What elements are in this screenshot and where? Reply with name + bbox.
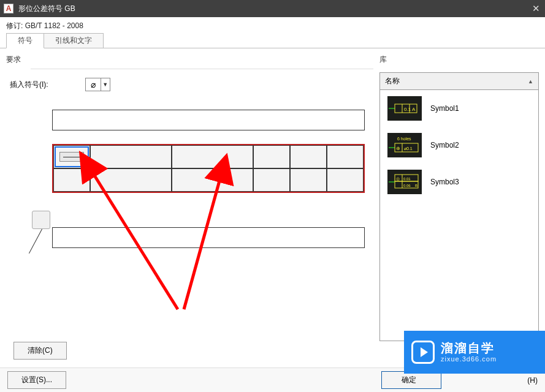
watermark-url: zixue.3d66.com <box>441 355 497 363</box>
tol-cell-1-5[interactable] <box>290 145 327 168</box>
insert-symbol-label: 插入符号(I): <box>10 80 48 90</box>
close-button[interactable]: ✕ <box>516 3 540 14</box>
ok-button[interactable]: 确定 <box>381 371 441 389</box>
tol-cell-2-4[interactable] <box>253 168 290 192</box>
app-icon: A <box>4 4 13 13</box>
tab-leader-text[interactable]: 引线和文字 <box>44 33 104 48</box>
tol-cell-1-3[interactable] <box>172 145 253 168</box>
tol-cell-2-2[interactable] <box>90 168 172 192</box>
title-bar: A 形位公差符号 GB ✕ <box>0 0 545 17</box>
group-library: 库 <box>379 55 387 65</box>
insert-symbol-dropdown[interactable]: ⌀ ▼ <box>85 78 110 91</box>
tolerance-bottom-bar[interactable] <box>52 227 365 248</box>
revision-text: 修订: GB/T 1182 - 2008 <box>0 17 545 34</box>
library-header[interactable]: 名称 ▲ <box>379 72 539 90</box>
svg-text:◎: ◎ <box>396 176 400 181</box>
watermark-overlay: 溜溜自学 zixue.3d66.com <box>404 331 545 374</box>
tol-cell-1-6[interactable] <box>327 145 364 168</box>
tol-cell-1-1[interactable] <box>53 145 90 168</box>
tol-cell-2-3[interactable] <box>172 168 253 192</box>
tolerance-top-bar[interactable] <box>52 110 365 130</box>
library-header-name: 名称 <box>385 76 400 86</box>
watermark-brand: 溜溜自学 <box>441 341 497 355</box>
window-title: 形位公差符号 GB <box>18 4 75 14</box>
library-thumb: 0.1 A <box>387 96 422 121</box>
tol-cell-1-4[interactable] <box>253 145 290 168</box>
svg-text:⊕: ⊕ <box>396 146 400 151</box>
tolerance-grid <box>52 144 365 193</box>
tol-cell-1-2[interactable] <box>90 145 172 168</box>
svg-text:0.1: 0.1 <box>404 107 411 112</box>
svg-text:⌀0.1: ⌀0.1 <box>404 146 413 151</box>
svg-text:0.01: 0.01 <box>403 177 411 181</box>
tol-cell-2-6[interactable] <box>327 168 364 192</box>
tab-symbols[interactable]: 符号 <box>6 33 44 48</box>
help-suffix: (H) <box>527 376 538 385</box>
dropdown-value: ⌀ <box>86 78 101 91</box>
library-item-label: Symbol2 <box>430 141 459 149</box>
group-requirements: 要求 <box>6 55 373 65</box>
library-thumb: 6 holes ⊕ ⌀0.1 <box>387 133 422 157</box>
chevron-down-icon: ▼ <box>101 81 110 88</box>
tol-cell-2-1[interactable] <box>53 168 90 192</box>
svg-text:6 holes: 6 holes <box>397 137 411 141</box>
library-list: 0.1 A Symbol1 6 holes ⊕ <box>379 90 539 341</box>
library-item-label: Symbol3 <box>430 178 459 186</box>
tol-cell-2-5[interactable] <box>290 168 327 192</box>
library-item-label: Symbol1 <box>430 104 459 113</box>
sort-triangle-icon: ▲ <box>528 78 533 85</box>
clear-button[interactable]: 清除(C) <box>13 342 67 360</box>
left-pane: 要求 插入符号(I): ⌀ ▼ <box>6 55 379 373</box>
settings-button[interactable]: 设置(S)... <box>7 371 66 389</box>
tab-strip: 符号 引线和文字 <box>0 34 545 48</box>
library-item[interactable]: 0.1 A Symbol1 <box>380 90 538 127</box>
svg-text:A: A <box>412 107 416 112</box>
svg-text:B: B <box>415 184 417 187</box>
tolerance-area <box>52 110 365 248</box>
library-thumb: ◎ 0.01 0.06 B <box>387 170 422 194</box>
svg-text:0.06: 0.06 <box>403 184 411 187</box>
right-pane: 库 名称 ▲ 0.1 A <box>379 55 539 373</box>
leader-widget[interactable] <box>27 211 51 254</box>
library-item[interactable]: 6 holes ⊕ ⌀0.1 Symbol2 <box>380 127 538 164</box>
play-icon <box>411 341 435 364</box>
library-item[interactable]: ◎ 0.01 0.06 B Symbol3 <box>380 164 538 200</box>
